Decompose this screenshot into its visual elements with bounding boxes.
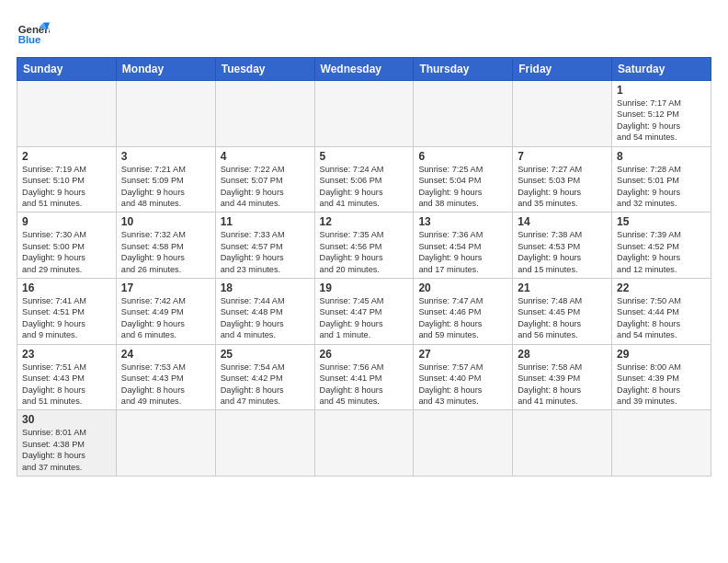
day-number: 25 bbox=[221, 348, 310, 361]
calendar-cell: 14Sunrise: 7:38 AM Sunset: 4:53 PM Dayli… bbox=[513, 213, 612, 279]
calendar-table: SundayMondayTuesdayWednesdayThursdayFrid… bbox=[17, 57, 711, 477]
weekday-header-saturday: Saturday bbox=[612, 58, 711, 81]
day-number: 9 bbox=[22, 215, 111, 228]
day-info: Sunrise: 7:32 AM Sunset: 4:58 PM Dayligh… bbox=[121, 229, 210, 275]
calendar-cell: 4Sunrise: 7:22 AM Sunset: 5:07 PM Daylig… bbox=[215, 146, 314, 213]
weekday-header-thursday: Thursday bbox=[414, 58, 513, 81]
calendar-cell bbox=[612, 410, 711, 477]
calendar-cell: 18Sunrise: 7:44 AM Sunset: 4:48 PM Dayli… bbox=[215, 279, 314, 345]
calendar-cell: 10Sunrise: 7:32 AM Sunset: 4:58 PM Dayli… bbox=[116, 213, 215, 279]
logo: General Blue bbox=[17, 17, 50, 50]
calendar-cell: 16Sunrise: 7:41 AM Sunset: 4:51 PM Dayli… bbox=[17, 279, 117, 345]
calendar-cell: 24Sunrise: 7:53 AM Sunset: 4:43 PM Dayli… bbox=[116, 344, 215, 410]
day-number: 17 bbox=[121, 282, 210, 294]
day-number: 15 bbox=[617, 215, 706, 228]
day-number: 23 bbox=[22, 348, 111, 361]
calendar-cell: 5Sunrise: 7:24 AM Sunset: 5:06 PM Daylig… bbox=[314, 146, 414, 213]
day-number: 20 bbox=[418, 282, 507, 294]
day-info: Sunrise: 7:50 AM Sunset: 4:44 PM Dayligh… bbox=[617, 295, 706, 341]
day-info: Sunrise: 7:48 AM Sunset: 4:45 PM Dayligh… bbox=[518, 295, 607, 341]
day-info: Sunrise: 7:42 AM Sunset: 4:49 PM Dayligh… bbox=[121, 295, 210, 341]
day-number: 3 bbox=[121, 150, 210, 163]
calendar-week-5: 23Sunrise: 7:51 AM Sunset: 4:43 PM Dayli… bbox=[17, 344, 711, 410]
day-number: 11 bbox=[221, 215, 310, 228]
day-number: 27 bbox=[418, 348, 507, 361]
day-number: 2 bbox=[22, 150, 111, 163]
day-number: 24 bbox=[121, 348, 210, 361]
day-info: Sunrise: 7:39 AM Sunset: 4:52 PM Dayligh… bbox=[617, 229, 706, 275]
calendar-cell bbox=[314, 410, 414, 477]
calendar-cell bbox=[116, 410, 215, 477]
day-info: Sunrise: 7:17 AM Sunset: 5:12 PM Dayligh… bbox=[617, 98, 706, 144]
calendar-cell: 27Sunrise: 7:57 AM Sunset: 4:40 PM Dayli… bbox=[414, 344, 513, 410]
calendar-cell: 2Sunrise: 7:19 AM Sunset: 5:10 PM Daylig… bbox=[17, 146, 117, 213]
calendar-cell bbox=[513, 410, 612, 477]
weekday-header-friday: Friday bbox=[513, 58, 612, 81]
calendar-cell: 8Sunrise: 7:28 AM Sunset: 5:01 PM Daylig… bbox=[612, 146, 711, 213]
calendar-cell: 26Sunrise: 7:56 AM Sunset: 4:41 PM Dayli… bbox=[314, 344, 414, 410]
day-info: Sunrise: 7:57 AM Sunset: 4:40 PM Dayligh… bbox=[418, 362, 507, 408]
day-number: 18 bbox=[221, 282, 310, 294]
day-number: 6 bbox=[418, 150, 507, 163]
header: General Blue bbox=[17, 17, 711, 50]
day-number: 10 bbox=[121, 215, 210, 228]
calendar-cell bbox=[513, 81, 612, 147]
calendar-cell: 21Sunrise: 7:48 AM Sunset: 4:45 PM Dayli… bbox=[513, 279, 612, 345]
calendar-cell bbox=[414, 410, 513, 477]
day-number: 22 bbox=[617, 282, 706, 294]
svg-text:Blue: Blue bbox=[18, 34, 41, 45]
calendar-cell: 13Sunrise: 7:36 AM Sunset: 4:54 PM Dayli… bbox=[414, 213, 513, 279]
day-number: 4 bbox=[221, 150, 310, 163]
weekday-header-row: SundayMondayTuesdayWednesdayThursdayFrid… bbox=[17, 58, 711, 81]
day-number: 30 bbox=[22, 413, 111, 426]
day-number: 26 bbox=[320, 348, 409, 361]
calendar-cell: 29Sunrise: 8:00 AM Sunset: 4:39 PM Dayli… bbox=[612, 344, 711, 410]
day-info: Sunrise: 7:56 AM Sunset: 4:41 PM Dayligh… bbox=[320, 362, 409, 408]
day-info: Sunrise: 7:54 AM Sunset: 4:42 PM Dayligh… bbox=[221, 362, 310, 408]
calendar-header: SundayMondayTuesdayWednesdayThursdayFrid… bbox=[17, 58, 711, 81]
calendar-week-6: 30Sunrise: 8:01 AM Sunset: 4:38 PM Dayli… bbox=[17, 410, 711, 477]
calendar-week-1: 1Sunrise: 7:17 AM Sunset: 5:12 PM Daylig… bbox=[17, 81, 711, 147]
day-info: Sunrise: 7:22 AM Sunset: 5:07 PM Dayligh… bbox=[221, 164, 310, 210]
calendar-body: 1Sunrise: 7:17 AM Sunset: 5:12 PM Daylig… bbox=[17, 81, 711, 477]
calendar-cell bbox=[414, 81, 513, 147]
calendar-cell bbox=[215, 81, 314, 147]
day-number: 1 bbox=[617, 84, 706, 97]
day-info: Sunrise: 7:45 AM Sunset: 4:47 PM Dayligh… bbox=[320, 295, 409, 341]
calendar-week-2: 2Sunrise: 7:19 AM Sunset: 5:10 PM Daylig… bbox=[17, 146, 711, 213]
calendar-week-4: 16Sunrise: 7:41 AM Sunset: 4:51 PM Dayli… bbox=[17, 279, 711, 345]
day-number: 14 bbox=[518, 215, 607, 228]
calendar-cell bbox=[17, 81, 117, 147]
day-info: Sunrise: 7:24 AM Sunset: 5:06 PM Dayligh… bbox=[320, 164, 409, 210]
weekday-header-sunday: Sunday bbox=[17, 58, 117, 81]
day-info: Sunrise: 7:35 AM Sunset: 4:56 PM Dayligh… bbox=[320, 229, 409, 275]
page: General Blue SundayMondayTuesdayWednesda… bbox=[0, 0, 728, 563]
day-info: Sunrise: 7:44 AM Sunset: 4:48 PM Dayligh… bbox=[221, 295, 310, 341]
day-number: 12 bbox=[320, 215, 409, 228]
calendar-cell: 12Sunrise: 7:35 AM Sunset: 4:56 PM Dayli… bbox=[314, 213, 414, 279]
day-info: Sunrise: 8:00 AM Sunset: 4:39 PM Dayligh… bbox=[617, 362, 706, 408]
day-number: 29 bbox=[617, 348, 706, 361]
day-number: 7 bbox=[518, 150, 607, 163]
day-number: 16 bbox=[22, 282, 111, 294]
day-info: Sunrise: 7:36 AM Sunset: 4:54 PM Dayligh… bbox=[418, 229, 507, 275]
calendar-cell: 23Sunrise: 7:51 AM Sunset: 4:43 PM Dayli… bbox=[17, 344, 117, 410]
day-info: Sunrise: 7:51 AM Sunset: 4:43 PM Dayligh… bbox=[22, 362, 111, 408]
weekday-header-monday: Monday bbox=[116, 58, 215, 81]
weekday-header-tuesday: Tuesday bbox=[215, 58, 314, 81]
day-info: Sunrise: 7:58 AM Sunset: 4:39 PM Dayligh… bbox=[518, 362, 607, 408]
day-number: 5 bbox=[320, 150, 409, 163]
calendar-cell: 1Sunrise: 7:17 AM Sunset: 5:12 PM Daylig… bbox=[612, 81, 711, 147]
day-info: Sunrise: 7:19 AM Sunset: 5:10 PM Dayligh… bbox=[22, 164, 111, 210]
calendar-cell: 25Sunrise: 7:54 AM Sunset: 4:42 PM Dayli… bbox=[215, 344, 314, 410]
calendar-cell: 20Sunrise: 7:47 AM Sunset: 4:46 PM Dayli… bbox=[414, 279, 513, 345]
calendar-cell bbox=[215, 410, 314, 477]
calendar-cell: 7Sunrise: 7:27 AM Sunset: 5:03 PM Daylig… bbox=[513, 146, 612, 213]
weekday-header-wednesday: Wednesday bbox=[314, 58, 414, 81]
day-number: 19 bbox=[320, 282, 409, 294]
calendar-cell: 19Sunrise: 7:45 AM Sunset: 4:47 PM Dayli… bbox=[314, 279, 414, 345]
day-info: Sunrise: 7:41 AM Sunset: 4:51 PM Dayligh… bbox=[22, 295, 111, 341]
calendar-cell bbox=[116, 81, 215, 147]
calendar-cell: 17Sunrise: 7:42 AM Sunset: 4:49 PM Dayli… bbox=[116, 279, 215, 345]
calendar-cell bbox=[314, 81, 414, 147]
